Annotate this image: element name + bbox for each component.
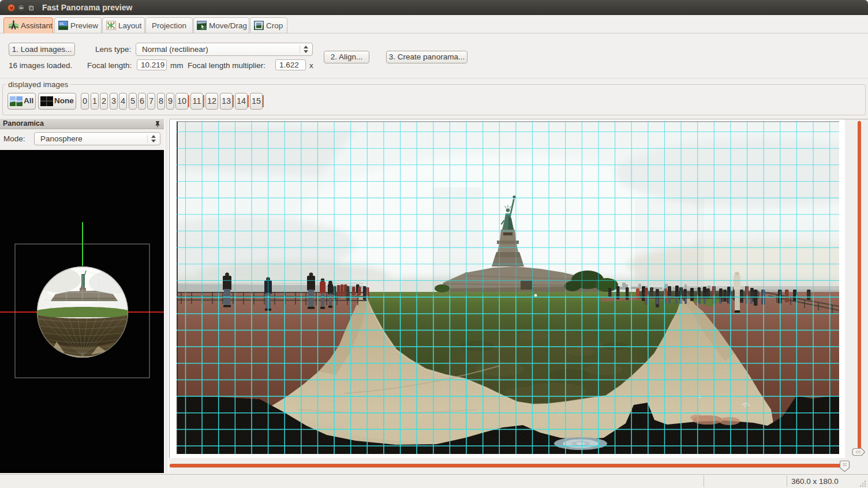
svg-text:GL: GL xyxy=(59,22,65,25)
